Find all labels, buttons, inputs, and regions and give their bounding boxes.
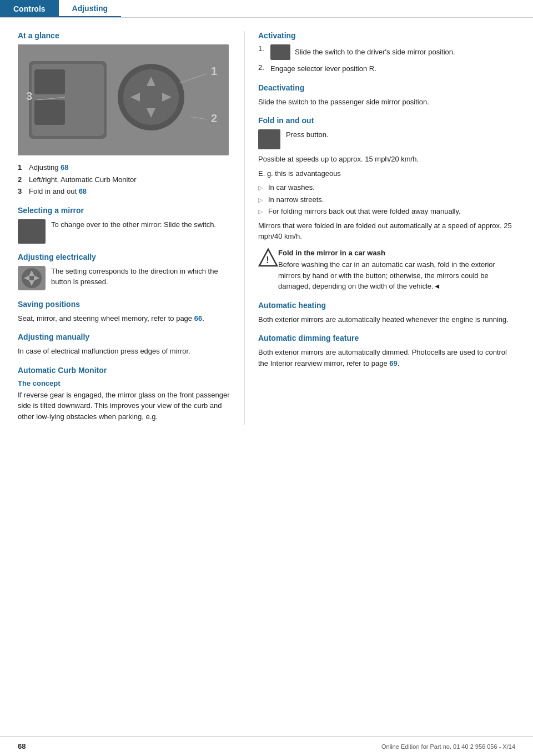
fold-in-out-row: Press button. xyxy=(258,129,515,149)
item-3-ref[interactable]: 68 xyxy=(79,187,87,195)
left-column: At a glance 1 xyxy=(0,31,244,425)
dimming-ref[interactable]: 69 xyxy=(389,359,397,367)
automatic-curb-monitor-heading: Automatic Curb Monitor xyxy=(18,366,231,375)
right-column: Activating 1. Slide the switch to the dr… xyxy=(244,31,533,425)
advantageous-text: E. g. this is advantageous xyxy=(258,168,515,179)
selecting-mirror-heading: Selecting a mirror xyxy=(18,206,231,215)
switch-icon xyxy=(270,44,290,60)
sub-item-1: In car washes. xyxy=(268,182,315,193)
header-adjusting-tab[interactable]: Adjusting xyxy=(59,0,122,17)
mirrors-text: Mirrors that were folded in are folded o… xyxy=(258,220,515,242)
fold-in-out-heading: Fold in and out xyxy=(258,116,515,125)
warning-body: Before washing the car in an automatic c… xyxy=(278,260,495,290)
svg-rect-9 xyxy=(34,69,65,94)
adjusting-electrically-text: The setting corresponds to the direction… xyxy=(51,266,231,288)
adjusting-manually-heading: Adjusting manually xyxy=(18,332,231,341)
footer-text: Online Edition for Part no. 01 40 2 956 … xyxy=(381,743,515,750)
concept-heading: The concept xyxy=(18,379,231,387)
saving-positions-text: Seat, mirror, and steering wheel memory,… xyxy=(18,313,231,324)
step-2-text: Engage selector lever position R. xyxy=(270,63,376,74)
adjusting-electrically-heading: Adjusting electrically xyxy=(18,253,231,261)
svg-rect-10 xyxy=(34,100,65,125)
page-number: 68 xyxy=(18,742,26,750)
warning-triangle-icon: ! xyxy=(258,248,278,269)
item-1-ref[interactable]: 68 xyxy=(61,163,68,172)
svg-text:3: 3 xyxy=(26,90,32,102)
automatic-heating-heading: Automatic heating xyxy=(258,301,515,310)
mirror-image: 1 2 3 xyxy=(18,44,229,155)
deactivating-heading: Deactivating xyxy=(258,83,515,92)
warning-box: ! Fold in the mirror in a car wash Befor… xyxy=(258,248,515,292)
step-1-text: Slide the switch to the driver's side mi… xyxy=(295,47,455,58)
sub-item: ▷ In car washes. xyxy=(258,182,515,193)
header-controls-tab[interactable]: Controls xyxy=(0,0,59,17)
saving-positions-ref[interactable]: 66 xyxy=(194,314,202,322)
deactivating-text: Slide the switch to the passenger side m… xyxy=(258,97,515,108)
item-1-text: Adjusting xyxy=(29,163,58,172)
items-list: 1 Adjusting 68 2 Left/right, Automatic C… xyxy=(18,162,231,197)
step-2-row: 2. Engage selector lever position R. xyxy=(258,63,515,74)
adjusting-electrically-row: The setting corresponds to the direction… xyxy=(18,266,231,291)
automatic-dimming-heading: Automatic dimming feature xyxy=(258,334,515,342)
page-header: Controls Adjusting xyxy=(0,0,533,18)
warning-title: Fold in the mirror in a car wash xyxy=(278,248,515,259)
sub-item: ▷ In narrow streets. xyxy=(258,194,515,205)
at-a-glance-heading: At a glance xyxy=(18,31,231,40)
automatic-dimming-text: Both exterior mirrors are automatically … xyxy=(258,347,515,369)
sub-items-list: ▷ In car washes. ▷ In narrow streets. ▷ … xyxy=(258,182,515,217)
sub-item-2: In narrow streets. xyxy=(268,194,324,205)
arrow-icon: ▷ xyxy=(258,183,268,193)
possible-text: Possible at speeds up to approx. 15 mph/… xyxy=(258,154,515,165)
automatic-heating-text: Both exterior mirrors are automatically … xyxy=(258,314,515,325)
svg-text:1: 1 xyxy=(211,65,217,77)
adjusting-label: Adjusting xyxy=(72,4,108,13)
sub-item-3: For folding mirrors back out that were f… xyxy=(268,206,461,217)
saving-positions-heading: Saving positions xyxy=(18,300,231,309)
step-1-row: 1. Slide the switch to the driver's side… xyxy=(258,44,515,60)
automatic-curb-monitor-text: If reverse gear is engaged, the mirror g… xyxy=(18,390,231,422)
mirror-switch-icon xyxy=(18,219,46,244)
svg-text:2: 2 xyxy=(211,112,217,124)
list-item: 2 Left/right, Automatic Curb Monitor xyxy=(18,174,231,185)
page-footer: 68 Online Edition for Part no. 01 40 2 9… xyxy=(0,736,533,756)
arrow-icon: ▷ xyxy=(258,207,268,216)
selecting-mirror-row: To change over to the other mirror: Slid… xyxy=(18,219,231,244)
item-3-text: Fold in and out xyxy=(29,187,77,195)
item-2-text: Left/right, Automatic Curb Monitor xyxy=(29,174,137,185)
selecting-mirror-text: To change over to the other mirror: Slid… xyxy=(51,219,216,230)
svg-text:!: ! xyxy=(266,255,269,265)
main-content: At a glance 1 xyxy=(0,18,533,447)
warning-text-block: Fold in the mirror in a car wash Before … xyxy=(278,248,515,292)
sub-item: ▷ For folding mirrors back out that were… xyxy=(258,206,515,217)
joystick-icon xyxy=(18,266,46,290)
controls-label: Controls xyxy=(13,4,46,13)
fold-button-icon xyxy=(258,129,280,149)
activating-heading: Activating xyxy=(258,31,515,40)
list-item: 1 Adjusting 68 xyxy=(18,162,231,173)
arrow-icon: ▷ xyxy=(258,195,268,205)
adjusting-manually-text: In case of electrical malfunction press … xyxy=(18,346,231,357)
press-button-text: Press button. xyxy=(286,129,329,140)
list-item: 3 Fold in and out 68 xyxy=(18,186,231,197)
